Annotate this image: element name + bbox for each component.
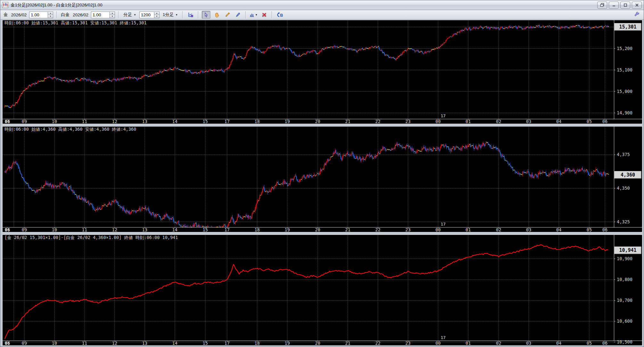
ohlc-info-text: 時刻:06:00 始値:15,301 高値:15,301 安値:15,301 終… (4, 20, 147, 25)
gold-chart-panel: 0609101112131415171819202122230001020304… (2, 20, 642, 124)
toolbar: 金 2026/02 1.00 ▲▼ 白金 2026/02 1.00 ▲▼ 分足 … (0, 10, 644, 20)
svg-text:10: 10 (52, 227, 57, 232)
svg-text:23: 23 (405, 227, 411, 232)
svg-text:10,900: 10,900 (617, 256, 632, 261)
svg-text:14: 14 (172, 227, 177, 232)
wrench-icon (634, 12, 640, 18)
svg-text:18: 18 (255, 227, 260, 232)
svg-text:13: 13 (142, 341, 147, 346)
svg-text:12: 12 (112, 119, 117, 124)
spread-line-chart[interactable]: 0609101112131415171819202122230001020304… (2, 235, 642, 346)
timeframe-dropdown[interactable]: 1分足 ▼ (161, 11, 179, 19)
spin-down-icon[interactable]: ▼ (154, 15, 159, 18)
chart-type-button[interactable]: ▼ (249, 11, 258, 19)
svg-text:15: 15 (203, 341, 208, 346)
platinum-ratio-value[interactable]: 1.00 (91, 12, 110, 18)
cursor-tool-button[interactable] (202, 11, 210, 19)
svg-text:10,941: 10,941 (619, 247, 636, 253)
pencil-tool-button[interactable] (223, 11, 232, 19)
svg-text:12: 12 (112, 227, 117, 232)
svg-text:03: 03 (526, 227, 531, 232)
gold-candlestick-chart[interactable]: 0609101112131415171819202122230001020304… (2, 20, 642, 124)
interval-label: 分足 (123, 12, 132, 18)
pen-tool-button[interactable] (233, 11, 242, 19)
spin-up-icon[interactable]: ▲ (154, 12, 159, 15)
maximize-button[interactable] (620, 2, 630, 9)
current-price-tag: 15,301 (615, 23, 641, 30)
svg-text:00: 00 (436, 119, 441, 124)
svg-text:4,375: 4,375 (617, 152, 630, 157)
svg-text:06: 06 (5, 119, 10, 124)
minimize-button[interactable] (609, 2, 619, 9)
svg-text:4,325: 4,325 (617, 219, 630, 224)
svg-text:15,200: 15,200 (617, 46, 632, 51)
toolbar-separator (56, 11, 57, 18)
pen-icon (235, 12, 241, 18)
titlebar[interactable]: 金1分足[2026/02]1.00 - 白金1分足[2026/02]1.00 (0, 0, 644, 10)
clear-chart-button[interactable] (260, 11, 268, 19)
svg-text:15: 15 (203, 119, 208, 124)
hand-icon (214, 12, 220, 18)
svg-text:21: 21 (345, 341, 350, 346)
chart-settings-icon (188, 12, 193, 18)
svg-text:4,360: 4,360 (621, 172, 635, 178)
minimize-icon (612, 3, 616, 7)
close-icon (635, 3, 639, 7)
platinum-label: 白金 (60, 12, 70, 18)
bar-count-value[interactable]: 1200 (139, 12, 154, 18)
pan-tool-button[interactable] (212, 11, 221, 19)
svg-text:01: 01 (466, 341, 471, 346)
svg-text:09: 09 (22, 119, 27, 124)
window-title: 金1分足[2026/02]1.00 - 白金1分足[2026/02]1.00 (11, 2, 595, 8)
svg-text:14,900: 14,900 (617, 110, 632, 115)
svg-text:03: 03 (526, 341, 531, 346)
refresh-button[interactable]: B (275, 11, 284, 19)
gold-ratio-spinner[interactable]: 1.00 ▲▼ (29, 12, 53, 18)
svg-text:19: 19 (285, 119, 290, 124)
svg-text:11: 11 (82, 119, 87, 124)
svg-text:10,800: 10,800 (617, 277, 632, 282)
svg-text:15,000: 15,000 (617, 89, 632, 94)
toolbar-separator (272, 11, 272, 18)
current-price-tag: 10,941 (615, 247, 641, 254)
close-button[interactable] (632, 2, 642, 9)
bar-count-spinner[interactable]: 1200 ▲▼ (139, 12, 159, 18)
svg-text:05: 05 (587, 341, 592, 346)
svg-text:18: 18 (255, 119, 260, 124)
svg-text:11: 11 (82, 227, 87, 232)
svg-text:06: 06 (5, 227, 10, 232)
svg-text:09: 09 (22, 341, 27, 346)
spin-up-icon[interactable]: ▲ (48, 12, 53, 15)
chart-settings-button[interactable] (186, 11, 195, 19)
date-change-label: 17 (441, 222, 446, 227)
svg-text:05: 05 (587, 227, 592, 232)
toolbar-separator (245, 11, 246, 18)
gold-label: 金 (3, 12, 9, 18)
svg-text:09: 09 (22, 227, 27, 232)
svg-text:14: 14 (172, 119, 177, 124)
refresh-icon: B (276, 12, 283, 18)
svg-text:B: B (280, 13, 283, 18)
platinum-candlestick-chart[interactable]: 0609101112131415171819202122230001020304… (2, 126, 642, 232)
svg-text:20: 20 (315, 341, 320, 346)
platinum-contract: 2026/02 (72, 12, 89, 17)
svg-text:19: 19 (285, 341, 290, 346)
svg-text:02: 02 (496, 227, 501, 232)
settings-button[interactable] (632, 11, 641, 19)
maximize-icon (624, 3, 627, 7)
chevron-down-icon: ▼ (255, 13, 258, 16)
spin-down-icon[interactable]: ▼ (48, 15, 53, 18)
popout-button[interactable] (597, 2, 607, 9)
spin-up-icon[interactable]: ▲ (110, 12, 115, 15)
gold-ratio-value[interactable]: 1.00 (29, 12, 48, 18)
svg-text:10: 10 (52, 341, 57, 346)
interval-dropdown[interactable]: 分足 ▼ (122, 11, 137, 19)
svg-text:13: 13 (142, 119, 147, 124)
toolbar-separator (198, 11, 199, 18)
spin-down-icon[interactable]: ▼ (110, 15, 115, 18)
svg-text:19: 19 (285, 227, 290, 232)
svg-text:03: 03 (526, 119, 531, 124)
platinum-ratio-spinner[interactable]: 1.00 ▲▼ (91, 12, 115, 18)
chevron-down-icon: ▼ (134, 13, 136, 16)
svg-text:04: 04 (556, 227, 561, 232)
